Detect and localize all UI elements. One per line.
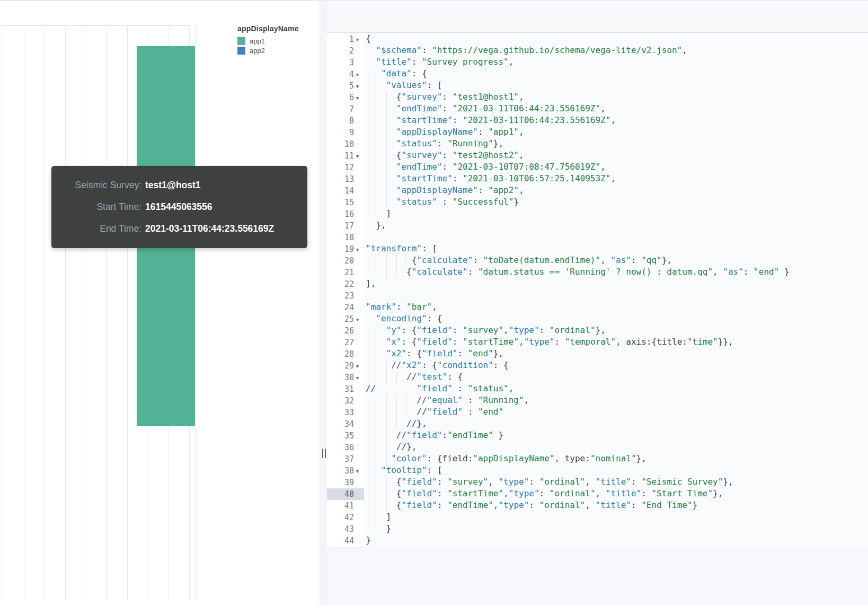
gutter-line-5[interactable]: 5▾ xyxy=(327,80,364,92)
code-line-35[interactable]: //"field":"endTime" } xyxy=(364,430,868,442)
code-line-13[interactable]: "startTime": "2021-03-10T06:57:25.140953… xyxy=(364,173,868,185)
code-line-27[interactable]: "x": {"field": "startTime","type": "temp… xyxy=(364,337,868,348)
code-line-8[interactable]: "startTime": "2021-03-11T06:44:23.556169… xyxy=(364,115,868,127)
code-line-37[interactable]: "color": {field:"appDisplayName", type:"… xyxy=(364,453,868,465)
gutter-line-12[interactable]: 12 xyxy=(327,162,364,173)
gutter-line-27[interactable]: 27 xyxy=(327,337,364,348)
code-line-15[interactable]: "status" : "Successful"} xyxy=(364,197,868,208)
fold-arrow-icon[interactable]: ▾ xyxy=(354,37,364,42)
code-line-21[interactable]: {"calculate": "datum.status == 'Running'… xyxy=(364,267,868,278)
code-line-5[interactable]: "values": [ xyxy=(364,80,868,92)
code-line-24[interactable]: "mark": "bar", xyxy=(364,302,868,313)
code-line-38[interactable]: "tooltip": [ xyxy=(364,465,868,477)
code-line-7[interactable]: "endTime": "2021-03-11T06:44:23.556169Z"… xyxy=(364,103,868,115)
gutter-line-21[interactable]: 21 xyxy=(327,267,364,278)
gutter-line-1[interactable]: 1▾ xyxy=(327,33,364,45)
fold-arrow-icon[interactable]: ▾ xyxy=(354,247,364,252)
code-line-11[interactable]: {"survey": "test2@host2", xyxy=(364,150,868,162)
gutter-line-16[interactable]: 16 xyxy=(327,208,364,220)
fold-arrow-icon[interactable]: ▾ xyxy=(354,317,364,322)
code-line-22[interactable]: ], xyxy=(364,278,868,290)
gutter-line-17[interactable]: 17 xyxy=(327,220,364,232)
code-line-23[interactable] xyxy=(364,290,868,302)
gutter-line-23[interactable]: 23 xyxy=(327,290,364,302)
code-line-30[interactable]: //"test": { xyxy=(364,372,868,383)
gutter-line-42[interactable]: 42 xyxy=(327,512,364,523)
code-line-17[interactable]: }, xyxy=(364,220,868,232)
code-line-28[interactable]: "x2": {"field": "end"}, xyxy=(364,348,868,360)
code-line-10[interactable]: "status": "Running"}, xyxy=(364,138,868,150)
code-line-14[interactable]: "appDisplayName": "app2", xyxy=(364,185,868,197)
code-line-12[interactable]: "endTime": "2021-03-10T07:08:47.756019Z"… xyxy=(364,162,868,173)
gutter-line-18[interactable]: 18 xyxy=(327,232,364,243)
fold-arrow-icon[interactable]: ▾ xyxy=(354,468,364,474)
code-line-19[interactable]: "transform": [ xyxy=(364,243,868,255)
gutter-line-24[interactable]: 24 xyxy=(327,302,364,313)
code-line-36[interactable]: //}, xyxy=(364,442,868,453)
gutter-line-34[interactable]: 34 xyxy=(327,418,364,430)
code-line-31[interactable]: // "field" : "status", xyxy=(364,383,868,395)
gutter-line-33[interactable]: 33 xyxy=(327,407,364,418)
fold-arrow-icon[interactable]: ▾ xyxy=(354,72,364,77)
gutter-line-13[interactable]: 13 xyxy=(327,173,364,185)
code-line-42[interactable]: ] xyxy=(364,512,868,523)
code-line-41[interactable]: {"field": "endTime","type": "ordinal", "… xyxy=(364,500,868,512)
code-line-4[interactable]: "data": { xyxy=(364,68,868,80)
code-line-16[interactable]: ] xyxy=(364,208,868,220)
gutter-line-25[interactable]: 25▾ xyxy=(327,313,364,325)
gutter-line-6[interactable]: 6▾ xyxy=(327,92,364,103)
gutter-line-32[interactable]: 32 xyxy=(327,395,364,407)
gutter-line-28[interactable]: 28 xyxy=(327,348,364,360)
gutter-line-7[interactable]: 7 xyxy=(327,103,364,115)
gutter-line-41[interactable]: 41 xyxy=(327,500,364,512)
gutter-line-31[interactable]: 31 xyxy=(327,383,364,395)
gutter-line-20[interactable]: 20 xyxy=(327,255,364,267)
gutter-line-11[interactable]: 11▾ xyxy=(327,150,364,162)
gutter-line-10[interactable]: 10 xyxy=(327,138,364,150)
gutter-line-2[interactable]: 2 xyxy=(327,45,364,57)
code-line-44[interactable]: } xyxy=(364,535,868,547)
gutter-line-22[interactable]: 22 xyxy=(327,278,364,290)
gutter-line-19[interactable]: 19▾ xyxy=(327,243,364,255)
gutter-line-8[interactable]: 8 xyxy=(327,115,364,127)
gutter-line-26[interactable]: 26 xyxy=(327,325,364,337)
code-line-6[interactable]: {"survey": "test1@host1", xyxy=(364,92,868,103)
gutter-line-40[interactable]: 40 xyxy=(327,488,364,500)
code-line-34[interactable]: //}, xyxy=(364,418,868,430)
gutter-line-29[interactable]: 29▾ xyxy=(327,360,364,372)
gutter-line-35[interactable]: 35 xyxy=(327,430,364,442)
gutter-line-30[interactable]: 30▾ xyxy=(327,372,364,383)
code-line-32[interactable]: //"equal" : "Running", xyxy=(364,395,868,407)
gutter-line-9[interactable]: 9 xyxy=(327,127,364,138)
fold-arrow-icon[interactable]: ▾ xyxy=(354,375,364,381)
gutter-line-43[interactable]: 43 xyxy=(327,523,364,535)
code-line-25[interactable]: "encoding": { xyxy=(364,313,868,325)
fold-arrow-icon[interactable]: ▾ xyxy=(354,153,364,159)
spec-editor[interactable]: 1▾234▾5▾6▾7891011▾1213141516171819▾20212… xyxy=(327,1,868,605)
code-line-29[interactable]: //"x2": {"condition": { xyxy=(364,360,868,372)
code-line-43[interactable]: } xyxy=(364,523,868,535)
gutter-line-37[interactable]: 37 xyxy=(327,453,364,465)
gutter-line-38[interactable]: 38▾ xyxy=(327,465,364,477)
gutter-line-39[interactable]: 39 xyxy=(327,477,364,488)
code-line-26[interactable]: "y": {"field": "survey","type": "ordinal… xyxy=(364,325,868,337)
code-line-39[interactable]: {"field": "survey", "type": "ordinal", "… xyxy=(364,477,868,488)
pane-resize-handle-icon[interactable] xyxy=(321,448,326,459)
gutter-line-4[interactable]: 4▾ xyxy=(327,68,364,80)
code-line-33[interactable]: //"field" : "end" xyxy=(364,407,868,418)
code-line-20[interactable]: {"calculate": "toDate(datum.endTime)", "… xyxy=(364,255,868,267)
gutter-line-36[interactable]: 36 xyxy=(327,442,364,453)
fold-arrow-icon[interactable]: ▾ xyxy=(354,83,364,89)
gutter-line-15[interactable]: 15 xyxy=(327,197,364,208)
code-line-1[interactable]: { xyxy=(364,33,868,45)
fold-arrow-icon[interactable]: ▾ xyxy=(354,95,364,101)
code-line-9[interactable]: "appDisplayName": "app1", xyxy=(364,127,868,138)
fold-arrow-icon[interactable]: ▾ xyxy=(354,363,364,369)
gutter-line-44[interactable]: 44 xyxy=(327,535,364,547)
gutter-line-14[interactable]: 14 xyxy=(327,185,364,197)
code-line-40[interactable]: {"field": "startTime","type": "ordinal",… xyxy=(364,488,868,500)
code-line-18[interactable] xyxy=(364,232,868,243)
gutter-line-3[interactable]: 3 xyxy=(327,57,364,68)
code-line-2[interactable]: "$schema": "https://vega.github.io/schem… xyxy=(364,45,868,57)
code-line-3[interactable]: "title": "Survey progress", xyxy=(364,57,868,68)
